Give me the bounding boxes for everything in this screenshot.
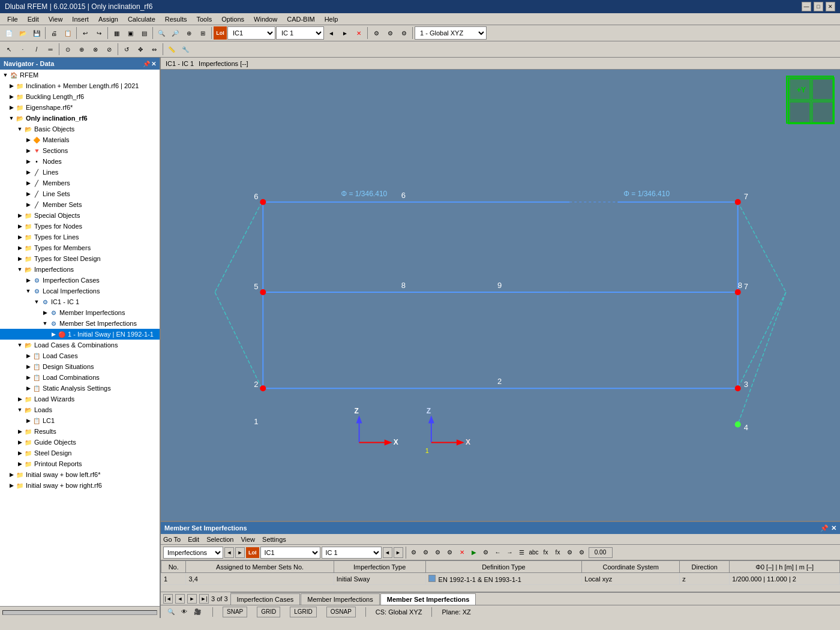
arrow[interactable]: ▶ bbox=[25, 191, 31, 197]
arrow[interactable]: ▶ bbox=[25, 158, 31, 164]
nav-materials[interactable]: ▶ 🔶 Materials bbox=[0, 134, 160, 145]
bp-tb8[interactable]: ← bbox=[493, 547, 503, 558]
arrow[interactable]: ▶ bbox=[17, 396, 23, 402]
menu-view[interactable]: View bbox=[44, 13, 68, 25]
bp-tb11[interactable]: abc bbox=[529, 547, 539, 558]
tb-nav-next[interactable]: ► bbox=[338, 26, 352, 40]
bp-pin-button[interactable]: 📌 bbox=[820, 524, 829, 532]
nav-load-cases[interactable]: ▶ 📋 Load Cases bbox=[0, 350, 160, 361]
nav-linesets[interactable]: ▶ ╱ Line Sets bbox=[0, 188, 160, 199]
menu-window[interactable]: Window bbox=[249, 13, 282, 25]
tb2-measure[interactable]: 📏 bbox=[165, 43, 178, 56]
bp-nav-next2[interactable]: ► bbox=[394, 547, 403, 558]
grid-button[interactable]: GRID bbox=[257, 607, 280, 617]
bp-menu-view[interactable]: View bbox=[241, 536, 255, 543]
tb-tools2[interactable]: ⚙ bbox=[383, 26, 397, 40]
tb-redo[interactable]: ↪ bbox=[92, 26, 106, 40]
nav-prev-button[interactable]: ◄ bbox=[175, 594, 185, 604]
tb-zoom-out[interactable]: 🔎 bbox=[169, 26, 182, 40]
table-row[interactable]: 1 Initial Sway EN 1992-1-1 & EN 1993-1-1… bbox=[161, 573, 840, 585]
tb2-line[interactable]: / bbox=[30, 43, 43, 56]
menu-assign[interactable]: Assign bbox=[94, 13, 123, 25]
arrow[interactable]: ▶ bbox=[17, 428, 23, 434]
bp-tb12[interactable]: fx bbox=[541, 547, 551, 558]
bp-nav-prev2[interactable]: ◄ bbox=[383, 547, 392, 558]
tb-view3[interactable]: ▤ bbox=[137, 26, 151, 40]
menu-calculate[interactable]: Calculate bbox=[123, 13, 160, 25]
nav-membersets[interactable]: ▶ ╱ Member Sets bbox=[0, 199, 160, 210]
bp-ic1-value-select[interactable]: IC 1 bbox=[322, 547, 382, 559]
bp-tb6[interactable]: ▶ bbox=[469, 547, 479, 558]
arrow-active[interactable]: ▼ bbox=[8, 115, 14, 121]
tb-zoom-sel[interactable]: ⊞ bbox=[196, 26, 209, 40]
bp-menu-goto[interactable]: Go To bbox=[163, 536, 181, 543]
nav-memberset-imp[interactable]: ▼ ⚙ Member Set Imperfections bbox=[0, 318, 160, 329]
tab-member-imperfections[interactable]: Member Imperfections bbox=[301, 593, 379, 605]
nav-imperfection-cases[interactable]: ▶ ⚙ Imperfection Cases bbox=[0, 275, 160, 286]
nav-static-analysis[interactable]: ▶ 📋 Static Analysis Settings bbox=[0, 383, 160, 394]
nav-last-button[interactable]: ►| bbox=[199, 594, 209, 604]
menu-file[interactable]: File bbox=[2, 13, 23, 25]
menu-options[interactable]: Options bbox=[217, 13, 249, 25]
arrow[interactable]: ▶ bbox=[17, 256, 23, 262]
nav-basic-objects[interactable]: ▼ 📂 Basic Objects bbox=[0, 124, 160, 134]
arrow[interactable]: ▶ bbox=[8, 94, 14, 100]
nav-types-steel[interactable]: ▶ 📁 Types for Steel Design bbox=[0, 253, 160, 264]
arrow[interactable]: ▶ bbox=[25, 180, 31, 186]
bp-tb1[interactable]: ⚙ bbox=[409, 547, 419, 558]
nav-ic1[interactable]: ▼ ⚙ IC1 - IC 1 bbox=[0, 296, 160, 307]
bp-tb16[interactable]: 0.00 bbox=[589, 547, 613, 558]
nav-rfem-arrow[interactable]: ▼ bbox=[2, 72, 8, 78]
nav-project1[interactable]: ▶ 📁 Inclination + Member Length.rf6 | 20… bbox=[0, 80, 160, 91]
nav-types-members[interactable]: ▶ 📁 Types for Members bbox=[0, 242, 160, 253]
arrow[interactable]: ▶ bbox=[42, 310, 48, 316]
tb-pdf[interactable]: 📋 bbox=[61, 26, 74, 40]
arrow[interactable]: ▶ bbox=[25, 169, 31, 175]
bp-tb14[interactable]: ⚙ bbox=[565, 547, 575, 558]
arrow[interactable]: ▶ bbox=[25, 148, 31, 154]
tb2-move[interactable]: ✥ bbox=[134, 43, 147, 56]
nav-types-lines[interactable]: ▶ 📁 Types for Lines bbox=[0, 232, 160, 242]
status-nav-btn2[interactable]: 👁 bbox=[179, 607, 190, 617]
nav-project-sway-left[interactable]: ▶ 📁 Initial sway + bow left.rf6* bbox=[0, 469, 160, 480]
nav-lines[interactable]: ▶ ╱ Lines bbox=[0, 167, 160, 178]
tb2-calc[interactable]: 🔧 bbox=[179, 43, 192, 56]
tb-view1[interactable]: ▦ bbox=[110, 26, 123, 40]
menu-tools[interactable]: Tools bbox=[191, 13, 217, 25]
bp-tb5[interactable]: ✕ bbox=[457, 547, 467, 558]
nav-project2[interactable]: ▶ 📁 Buckling Length_rf6 bbox=[0, 91, 160, 102]
arrow[interactable]: ▶ bbox=[25, 277, 31, 283]
maximize-button[interactable]: □ bbox=[814, 2, 823, 11]
bp-tb7[interactable]: ⚙ bbox=[481, 547, 491, 558]
bp-tb2[interactable]: ⚙ bbox=[421, 547, 431, 558]
tb-tools3[interactable]: ⚙ bbox=[397, 26, 410, 40]
arrow[interactable]: ▼ bbox=[34, 299, 40, 305]
lgrid-button[interactable]: LGRID bbox=[290, 607, 317, 617]
tb-ic-select[interactable]: IC1 bbox=[227, 26, 275, 40]
tb-new[interactable]: 📄 bbox=[2, 26, 16, 40]
tb2-mirror[interactable]: ⇔ bbox=[148, 43, 161, 56]
status-nav-btn1[interactable]: 🔍 bbox=[166, 607, 176, 617]
nav-load-comb[interactable]: ▶ 📋 Load Combinations bbox=[0, 372, 160, 383]
tb2-node[interactable]: · bbox=[16, 43, 29, 56]
menu-results[interactable]: Results bbox=[160, 13, 192, 25]
arrow[interactable]: ▶ bbox=[25, 364, 31, 370]
snap-button[interactable]: SNAP bbox=[223, 607, 247, 617]
tb-zoom-all[interactable]: ⊕ bbox=[182, 26, 196, 40]
nav-guide-objects[interactable]: ▶ 📁 Guide Objects bbox=[0, 437, 160, 448]
tb2-snap1[interactable]: ⊙ bbox=[61, 43, 74, 56]
bp-ic1-select[interactable]: IC1 bbox=[260, 547, 320, 559]
nav-members[interactable]: ▶ ╱ Members bbox=[0, 178, 160, 188]
arrow[interactable]: ▶ bbox=[17, 245, 23, 251]
tab-imperfection-cases[interactable]: Imperfection Cases bbox=[230, 593, 301, 605]
nav-local-imperfections[interactable]: ▼ ⚙ Local Imperfections bbox=[0, 286, 160, 296]
tb-undo[interactable]: ↩ bbox=[79, 26, 92, 40]
bp-tb9[interactable]: → bbox=[505, 547, 515, 558]
nav-loads[interactable]: ▼ 📂 Loads bbox=[0, 404, 160, 415]
tb-tools1[interactable]: ⚙ bbox=[370, 26, 383, 40]
menu-cadbim[interactable]: CAD-BIM bbox=[282, 13, 319, 25]
arrow[interactable]: ▼ bbox=[17, 126, 23, 132]
bp-tb13[interactable]: fx bbox=[553, 547, 563, 558]
nav-member-imp[interactable]: ▶ ⚙ Member Imperfections bbox=[0, 307, 160, 318]
tb-delete[interactable]: ✕ bbox=[352, 26, 365, 40]
